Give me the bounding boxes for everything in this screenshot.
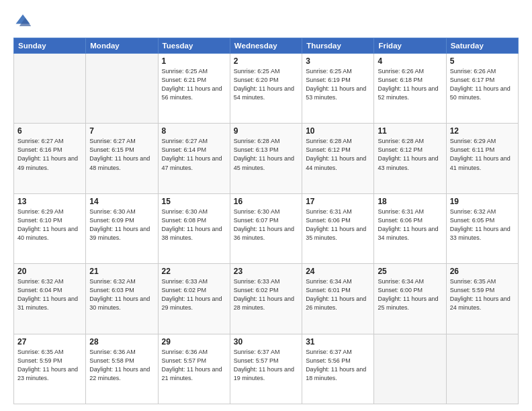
calendar-cell: 5Sunrise: 6:26 AM Sunset: 6:17 PM Daylig… bbox=[446, 54, 518, 124]
day-number: 14 bbox=[89, 197, 154, 206]
day-info: Sunrise: 6:29 AM Sunset: 6:11 PM Dayligh… bbox=[450, 137, 515, 172]
day-info: Sunrise: 6:34 AM Sunset: 6:01 PM Dayligh… bbox=[306, 277, 370, 312]
day-info: Sunrise: 6:31 AM Sunset: 6:06 PM Dayligh… bbox=[378, 208, 442, 242]
day-info: Sunrise: 6:27 AM Sunset: 6:15 PM Dayligh… bbox=[89, 137, 154, 172]
day-info: Sunrise: 6:30 AM Sunset: 6:07 PM Dayligh… bbox=[234, 208, 298, 242]
day-info: Sunrise: 6:30 AM Sunset: 6:09 PM Dayligh… bbox=[89, 208, 154, 242]
day-number: 13 bbox=[17, 197, 82, 206]
day-info: Sunrise: 6:37 AM Sunset: 5:56 PM Dayligh… bbox=[306, 348, 370, 383]
day-number: 3 bbox=[306, 56, 370, 66]
day-info: Sunrise: 6:33 AM Sunset: 6:02 PM Dayligh… bbox=[234, 277, 298, 312]
day-number: 29 bbox=[162, 337, 226, 347]
day-number: 6 bbox=[17, 126, 82, 136]
day-number: 11 bbox=[378, 126, 442, 136]
calendar-cell: 14Sunrise: 6:30 AM Sunset: 6:09 PM Dayli… bbox=[86, 193, 158, 263]
day-info: Sunrise: 6:25 AM Sunset: 6:20 PM Dayligh… bbox=[234, 67, 298, 102]
calendar-cell: 17Sunrise: 6:31 AM Sunset: 6:06 PM Dayli… bbox=[302, 193, 374, 263]
calendar-cell: 24Sunrise: 6:34 AM Sunset: 6:01 PM Dayli… bbox=[302, 264, 374, 334]
calendar-cell: 13Sunrise: 6:29 AM Sunset: 6:10 PM Dayli… bbox=[14, 193, 86, 263]
weekday-header: Tuesday bbox=[158, 38, 230, 54]
day-info: Sunrise: 6:26 AM Sunset: 6:17 PM Dayligh… bbox=[450, 67, 515, 102]
day-info: Sunrise: 6:30 AM Sunset: 6:08 PM Dayligh… bbox=[162, 208, 226, 242]
weekday-header: Saturday bbox=[446, 38, 518, 54]
day-info: Sunrise: 6:36 AM Sunset: 5:58 PM Dayligh… bbox=[89, 348, 154, 383]
calendar-cell: 22Sunrise: 6:33 AM Sunset: 6:02 PM Dayli… bbox=[158, 264, 230, 334]
calendar-week-row: 1Sunrise: 6:25 AM Sunset: 6:21 PM Daylig… bbox=[14, 54, 519, 124]
day-number: 16 bbox=[234, 197, 298, 206]
calendar-cell bbox=[14, 54, 86, 124]
calendar-cell: 26Sunrise: 6:35 AM Sunset: 5:59 PM Dayli… bbox=[446, 264, 518, 334]
calendar-cell bbox=[86, 54, 158, 124]
calendar-cell: 16Sunrise: 6:30 AM Sunset: 6:07 PM Dayli… bbox=[230, 193, 302, 263]
day-number: 5 bbox=[450, 56, 515, 66]
day-info: Sunrise: 6:27 AM Sunset: 6:16 PM Dayligh… bbox=[17, 137, 82, 172]
day-info: Sunrise: 6:32 AM Sunset: 6:03 PM Dayligh… bbox=[89, 277, 154, 312]
calendar-week-row: 6Sunrise: 6:27 AM Sunset: 6:16 PM Daylig… bbox=[14, 124, 519, 193]
calendar-table: SundayMondayTuesdayWednesdayThursdayFrid… bbox=[13, 38, 519, 404]
day-number: 24 bbox=[306, 267, 370, 276]
calendar-cell: 25Sunrise: 6:34 AM Sunset: 6:00 PM Dayli… bbox=[374, 264, 446, 334]
calendar-cell: 15Sunrise: 6:30 AM Sunset: 6:08 PM Dayli… bbox=[158, 193, 230, 263]
calendar-cell: 18Sunrise: 6:31 AM Sunset: 6:06 PM Dayli… bbox=[374, 193, 446, 263]
weekday-header: Friday bbox=[374, 38, 446, 54]
day-info: Sunrise: 6:33 AM Sunset: 6:02 PM Dayligh… bbox=[162, 277, 226, 312]
day-number: 20 bbox=[17, 267, 82, 276]
day-number: 21 bbox=[89, 267, 154, 276]
calendar-week-row: 13Sunrise: 6:29 AM Sunset: 6:10 PM Dayli… bbox=[14, 193, 519, 263]
day-info: Sunrise: 6:32 AM Sunset: 6:04 PM Dayligh… bbox=[17, 277, 82, 312]
logo-icon bbox=[13, 12, 32, 31]
day-info: Sunrise: 6:25 AM Sunset: 6:21 PM Dayligh… bbox=[162, 67, 226, 102]
day-number: 4 bbox=[378, 56, 442, 66]
day-number: 25 bbox=[378, 267, 442, 276]
weekday-header: Sunday bbox=[14, 38, 86, 54]
calendar-cell: 9Sunrise: 6:28 AM Sunset: 6:13 PM Daylig… bbox=[230, 124, 302, 193]
day-info: Sunrise: 6:26 AM Sunset: 6:18 PM Dayligh… bbox=[378, 67, 442, 102]
day-number: 23 bbox=[234, 267, 298, 276]
page-header bbox=[13, 12, 519, 31]
calendar-cell: 1Sunrise: 6:25 AM Sunset: 6:21 PM Daylig… bbox=[158, 54, 230, 124]
calendar-cell: 8Sunrise: 6:27 AM Sunset: 6:14 PM Daylig… bbox=[158, 124, 230, 193]
calendar-cell: 19Sunrise: 6:32 AM Sunset: 6:05 PM Dayli… bbox=[446, 193, 518, 263]
calendar-week-row: 27Sunrise: 6:35 AM Sunset: 5:59 PM Dayli… bbox=[14, 334, 519, 404]
day-info: Sunrise: 6:34 AM Sunset: 6:00 PM Dayligh… bbox=[378, 277, 442, 312]
calendar-header-row: SundayMondayTuesdayWednesdayThursdayFrid… bbox=[14, 38, 519, 54]
calendar-cell: 10Sunrise: 6:28 AM Sunset: 6:12 PM Dayli… bbox=[302, 124, 374, 193]
calendar-cell: 7Sunrise: 6:27 AM Sunset: 6:15 PM Daylig… bbox=[86, 124, 158, 193]
weekday-header: Wednesday bbox=[230, 38, 302, 54]
day-number: 22 bbox=[162, 267, 226, 276]
calendar-cell bbox=[446, 334, 518, 404]
day-number: 1 bbox=[162, 56, 226, 66]
calendar-cell: 4Sunrise: 6:26 AM Sunset: 6:18 PM Daylig… bbox=[374, 54, 446, 124]
day-number: 18 bbox=[378, 197, 442, 206]
day-number: 12 bbox=[450, 126, 515, 136]
day-number: 2 bbox=[234, 56, 298, 66]
day-number: 9 bbox=[234, 126, 298, 136]
calendar-cell: 31Sunrise: 6:37 AM Sunset: 5:56 PM Dayli… bbox=[302, 334, 374, 404]
day-info: Sunrise: 6:28 AM Sunset: 6:12 PM Dayligh… bbox=[306, 137, 370, 172]
day-info: Sunrise: 6:25 AM Sunset: 6:19 PM Dayligh… bbox=[306, 67, 370, 102]
day-info: Sunrise: 6:36 AM Sunset: 5:57 PM Dayligh… bbox=[162, 348, 226, 383]
calendar-cell bbox=[374, 334, 446, 404]
calendar-cell: 3Sunrise: 6:25 AM Sunset: 6:19 PM Daylig… bbox=[302, 54, 374, 124]
day-number: 17 bbox=[306, 197, 370, 206]
weekday-header: Monday bbox=[86, 38, 158, 54]
day-info: Sunrise: 6:29 AM Sunset: 6:10 PM Dayligh… bbox=[17, 208, 82, 242]
calendar-cell: 29Sunrise: 6:36 AM Sunset: 5:57 PM Dayli… bbox=[158, 334, 230, 404]
day-number: 15 bbox=[162, 197, 226, 206]
calendar-cell: 23Sunrise: 6:33 AM Sunset: 6:02 PM Dayli… bbox=[230, 264, 302, 334]
calendar-week-row: 20Sunrise: 6:32 AM Sunset: 6:04 PM Dayli… bbox=[14, 264, 519, 334]
day-info: Sunrise: 6:35 AM Sunset: 5:59 PM Dayligh… bbox=[17, 348, 82, 383]
day-info: Sunrise: 6:28 AM Sunset: 6:13 PM Dayligh… bbox=[234, 137, 298, 172]
day-info: Sunrise: 6:31 AM Sunset: 6:06 PM Dayligh… bbox=[306, 208, 370, 242]
calendar-cell: 6Sunrise: 6:27 AM Sunset: 6:16 PM Daylig… bbox=[14, 124, 86, 193]
day-info: Sunrise: 6:35 AM Sunset: 5:59 PM Dayligh… bbox=[450, 277, 515, 312]
day-info: Sunrise: 6:37 AM Sunset: 5:57 PM Dayligh… bbox=[234, 348, 298, 383]
day-info: Sunrise: 6:27 AM Sunset: 6:14 PM Dayligh… bbox=[162, 137, 226, 172]
day-number: 26 bbox=[450, 267, 515, 276]
day-number: 7 bbox=[89, 126, 154, 136]
day-number: 27 bbox=[17, 337, 82, 347]
day-info: Sunrise: 6:28 AM Sunset: 6:12 PM Dayligh… bbox=[378, 137, 442, 172]
weekday-header: Thursday bbox=[302, 38, 374, 54]
day-number: 31 bbox=[306, 337, 370, 347]
calendar-cell: 30Sunrise: 6:37 AM Sunset: 5:57 PM Dayli… bbox=[230, 334, 302, 404]
